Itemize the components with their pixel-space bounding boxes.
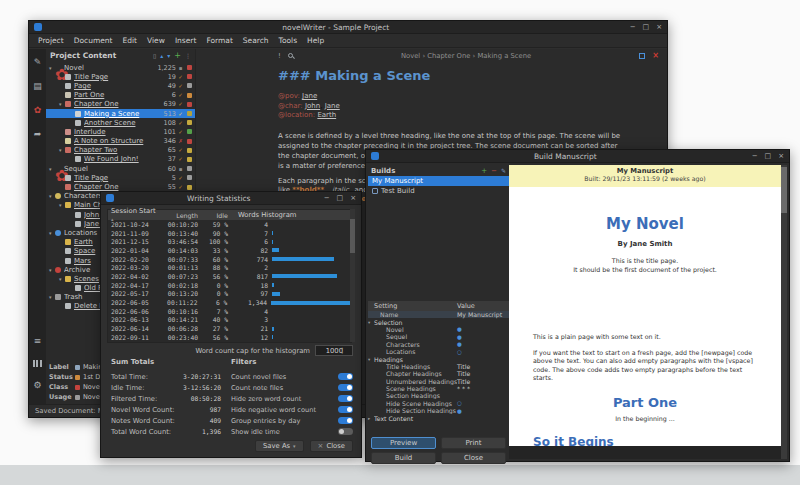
location-value[interactable]: Earth bbox=[317, 111, 336, 119]
tree-item[interactable]: Title Page 5 ✓ bbox=[46, 173, 195, 182]
maximize-button[interactable]: □ bbox=[765, 150, 772, 163]
setting-row[interactable]: Chapter Headings Title bbox=[368, 370, 509, 377]
setting-row[interactable]: Scene Headings * * * bbox=[368, 385, 509, 392]
minimize-button[interactable]: − bbox=[752, 150, 758, 163]
session-row[interactable]: 2022-04-02 00:07:23 56 % 817 bbox=[108, 272, 351, 281]
bookmark-icon[interactable]: ▯ bbox=[153, 52, 156, 59]
alert-icon[interactable]: ! bbox=[278, 52, 281, 60]
edit-icon[interactable]: ✎ bbox=[32, 57, 43, 68]
cap-spinbox[interactable]: 1000 bbox=[315, 345, 353, 356]
setting-row[interactable]: Section Headings bbox=[368, 392, 509, 399]
stats-scrollbar[interactable] bbox=[350, 209, 355, 342]
spin-down-icon[interactable]: ▾ bbox=[341, 351, 343, 356]
project-tree-icon[interactable]: ▤ bbox=[32, 81, 43, 92]
outline-icon[interactable]: ≡ bbox=[32, 336, 43, 347]
close-stats-button[interactable]: ×Close bbox=[310, 440, 353, 452]
preview-page[interactable]: My Novel By Jane Smith This is the title… bbox=[509, 187, 781, 446]
stats-scrollbar-thumb[interactable] bbox=[350, 219, 355, 253]
close-document-icon[interactable]: × bbox=[652, 51, 659, 60]
setting-row[interactable]: Hide Scene Headings ○ bbox=[368, 400, 509, 407]
maximize-button[interactable]: □ bbox=[337, 192, 344, 205]
session-row[interactable]: 2021-11-09 00:13:40 90 % 7 bbox=[108, 229, 351, 238]
setting-row[interactable]: Sequel ● bbox=[368, 333, 509, 340]
menu-item[interactable]: Help bbox=[302, 34, 329, 48]
tree-item[interactable]: A Note on Structure 346 ✗ bbox=[46, 137, 195, 146]
close-build-button[interactable]: Close bbox=[441, 452, 506, 464]
tree-item[interactable]: ▾ ✿ Sequel 60 ▪ bbox=[46, 164, 195, 173]
build-titlebar[interactable]: Build Manuscript − □ × bbox=[366, 150, 789, 163]
setting-row[interactable]: Characters ● bbox=[368, 341, 509, 348]
setting-row[interactable]: Locations ○ bbox=[368, 348, 509, 355]
tree-item[interactable]: Interlude 101 ✓ bbox=[46, 127, 195, 136]
menu-item[interactable]: Project bbox=[33, 34, 69, 48]
session-row[interactable]: 2021-12-15 03:46:54 100 % 6 bbox=[108, 237, 351, 246]
close-button[interactable]: × bbox=[778, 150, 784, 163]
menu-item[interactable]: View bbox=[142, 34, 170, 48]
setting-row[interactable]: Title Headings Title bbox=[368, 363, 509, 370]
setting-row[interactable]: Novel ● bbox=[368, 326, 509, 333]
sessions-table-header[interactable]: Session Start ▴ Length Idle Words Histog… bbox=[108, 210, 351, 220]
edit-build-icon[interactable]: ✎ bbox=[501, 167, 506, 174]
stats-icon[interactable] bbox=[33, 360, 42, 367]
move-down-icon[interactable]: ▾ bbox=[167, 52, 170, 59]
tree-item[interactable]: We Found John! 37 ✓ bbox=[46, 155, 195, 164]
filter-toggle[interactable] bbox=[338, 417, 353, 424]
kebab-menu-icon[interactable]: ⋮ bbox=[185, 52, 191, 59]
session-row[interactable]: 2022-06-05 00:11:22 6 % 1,344 bbox=[108, 298, 351, 307]
preview-scrollbar-thumb[interactable] bbox=[781, 167, 787, 213]
menu-item[interactable]: Edit bbox=[118, 34, 143, 48]
filter-toggle[interactable] bbox=[338, 395, 353, 402]
print-button[interactable]: Print bbox=[441, 437, 506, 449]
menu-item[interactable]: Search bbox=[238, 34, 274, 48]
session-row[interactable]: 2022-06-06 00:10:16 7 % 4 bbox=[108, 307, 351, 316]
char-value-2[interactable]: Jane bbox=[325, 102, 340, 110]
menu-item[interactable]: Tools bbox=[274, 34, 302, 48]
menu-item[interactable]: Insert bbox=[170, 34, 202, 48]
focus-mode-icon[interactable] bbox=[639, 53, 645, 59]
setting-row[interactable]: Unnumbered Headings Title bbox=[368, 378, 509, 385]
session-row[interactable]: 2022-01-04 00:14:03 33 % 82 bbox=[108, 246, 351, 255]
add-build-icon[interactable]: + bbox=[481, 167, 487, 175]
filter-toggle[interactable] bbox=[338, 428, 353, 435]
tree-item[interactable]: Part One 6 ✓ bbox=[46, 91, 195, 100]
menu-item[interactable]: Format bbox=[201, 34, 237, 48]
remove-build-icon[interactable]: − bbox=[491, 167, 497, 175]
session-row[interactable]: 2022-05-17 00:13:20 0 % 97 bbox=[108, 290, 351, 299]
stats-titlebar[interactable]: Writing Statistics − □ × bbox=[101, 192, 361, 205]
session-row[interactable]: 2022-04-17 00:02:18 0 % 18 bbox=[108, 281, 351, 290]
preview-button[interactable]: Preview bbox=[371, 437, 436, 449]
preview-scrollbar[interactable] bbox=[781, 165, 787, 459]
filter-toggle[interactable] bbox=[338, 384, 353, 391]
session-row[interactable]: 2022-09-11 00:23:40 56 % 12 bbox=[108, 333, 351, 342]
add-item-icon[interactable]: + bbox=[174, 51, 181, 60]
setting-row[interactable]: ▸ Text Content bbox=[368, 414, 509, 421]
char-value-1[interactable]: John bbox=[305, 102, 320, 110]
close-button[interactable]: × bbox=[656, 21, 662, 34]
tree-item[interactable]: Another Scene 108 ✓ bbox=[46, 118, 195, 127]
filter-toggle[interactable] bbox=[338, 373, 353, 380]
save-as-button[interactable]: Save As▾ bbox=[255, 440, 304, 452]
session-row[interactable]: 2022-06-13 00:14:21 40 % 3 bbox=[108, 316, 351, 325]
session-row[interactable]: 2022-06-14 00:06:28 27 % 21 bbox=[108, 324, 351, 333]
setting-row[interactable]: Hide Section Headings ● bbox=[368, 407, 509, 414]
minimize-button[interactable]: − bbox=[630, 21, 636, 34]
export-icon[interactable]: ➦ bbox=[32, 129, 43, 140]
build-list-item[interactable]: My Manuscript bbox=[368, 176, 509, 186]
build-button[interactable]: Build bbox=[371, 452, 436, 464]
search-icon[interactable] bbox=[288, 53, 293, 58]
session-row[interactable]: 2021-10-24 00:10:20 59 % 4 bbox=[108, 220, 351, 229]
move-up-icon[interactable]: ▴ bbox=[160, 52, 163, 59]
tree-item[interactable]: Page 49 ✓ bbox=[46, 81, 195, 90]
gear-icon[interactable]: ⚙ bbox=[32, 380, 43, 391]
tree-item[interactable]: ▾ Chapter One 639 ✓ bbox=[46, 100, 195, 109]
main-titlebar[interactable]: novelWriter - Sample Project − □ × bbox=[29, 21, 667, 34]
setting-row[interactable]: ▾ Selection bbox=[368, 318, 509, 325]
close-button[interactable]: × bbox=[350, 192, 356, 205]
pov-value[interactable]: Jane bbox=[302, 92, 317, 100]
menu-item[interactable]: Document bbox=[69, 34, 118, 48]
setting-row[interactable]: Name My Manuscript bbox=[368, 311, 509, 318]
maximize-button[interactable]: □ bbox=[643, 21, 650, 34]
filter-toggle[interactable] bbox=[338, 406, 353, 413]
tree-item[interactable]: ▾ Chapter Two 65 ✓ bbox=[46, 146, 195, 155]
tree-item[interactable]: Title Page 19 ✓ bbox=[46, 72, 195, 81]
